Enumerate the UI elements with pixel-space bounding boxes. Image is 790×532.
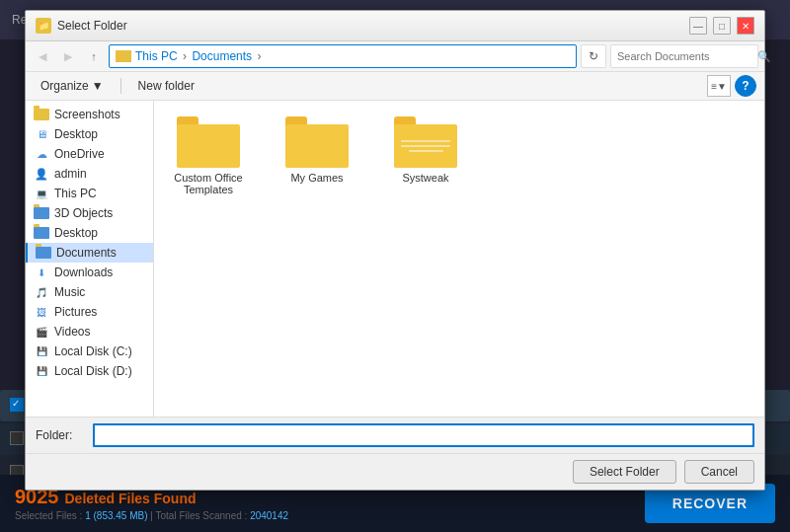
sidebar-label-screenshots: Screenshots: [54, 108, 120, 121]
sidebar-item-downloads[interactable]: ⬇ Downloads: [26, 263, 153, 282]
organize-button[interactable]: Organize ▼: [34, 76, 111, 96]
maximize-button[interactable]: □: [713, 17, 731, 35]
sidebar-label-3dobjects: 3D Objects: [54, 206, 113, 220]
breadcrumb-folder-icon: [116, 50, 131, 62]
cancel-button[interactable]: Cancel: [684, 460, 754, 484]
deleted-label: Deleted Files Found: [65, 491, 197, 506]
folder-body-games: [285, 124, 349, 168]
breadcrumb-documents[interactable]: Documents: [192, 49, 252, 63]
view-arrow: ▼: [717, 81, 727, 92]
selected-files-info: Selected Files : 1 (853.45 MB) | Total F…: [15, 510, 288, 521]
sidebar-label-music: Music: [54, 285, 85, 299]
folder-line-2: [401, 145, 450, 147]
dialog-titlebar: 📁 Select Folder — □ ✕: [26, 11, 764, 41]
folder-icon-screenshots: [34, 109, 49, 120]
sidebar-label-locald: Local Disk (D:): [54, 364, 132, 378]
sidebar-label-documents: Documents: [56, 246, 117, 260]
search-input[interactable]: [617, 50, 753, 62]
file-item-systweak[interactable]: Systweak: [381, 111, 470, 201]
checkbox-checked[interactable]: [10, 398, 24, 412]
sidebar-item-documents[interactable]: Documents: [26, 243, 153, 263]
videos-icon: 🎬: [34, 325, 49, 339]
sidebar-label-desktop2: Desktop: [54, 226, 98, 240]
file-item-my-games[interactable]: My Games: [273, 111, 361, 201]
sidebar-item-3dobjects[interactable]: 3D Objects: [26, 203, 153, 223]
select-folder-button[interactable]: Select Folder: [573, 460, 676, 484]
total-value: 2040142: [250, 510, 288, 521]
sidebar-item-music[interactable]: 🎵 Music: [26, 282, 153, 302]
search-icon: 🔍: [757, 50, 771, 63]
folder-visual-custom-office: [177, 116, 240, 168]
sidebar-item-locald[interactable]: 💾 Local Disk (D:): [26, 361, 153, 381]
folder-icon-desktop2: [34, 227, 49, 239]
folder-input[interactable]: [93, 423, 754, 447]
folder-lines: [394, 124, 457, 168]
toolbar-right: ≡ ▼ ?: [707, 75, 756, 97]
organize-arrow: ▼: [92, 79, 104, 93]
sidebar-container: Screenshots 🖥 Desktop ☁ OneDrive 👤 admin…: [26, 101, 154, 417]
new-folder-button[interactable]: New folder: [131, 76, 201, 96]
deleted-info: 9025 Deleted Files Found Selected Files …: [15, 486, 288, 521]
file-item-custom-office[interactable]: Custom OfficeTemplates: [164, 111, 253, 201]
sidebar-item-desktop2[interactable]: Desktop: [26, 223, 153, 243]
sidebar-label-onedrive: OneDrive: [54, 147, 105, 161]
up-button[interactable]: ↑: [83, 45, 105, 67]
close-button[interactable]: ✕: [737, 17, 754, 35]
sidebar-item-localc[interactable]: 💾 Local Disk (C:): [26, 342, 153, 361]
onedrive-icon: ☁: [34, 147, 49, 161]
file-name-custom-office: Custom OfficeTemplates: [174, 172, 243, 195]
minimize-button[interactable]: —: [689, 17, 707, 35]
folder-line-1: [401, 140, 450, 142]
nav-bar: ◀ ▶ ↑ This PC › Documents › ↻ 🔍: [26, 41, 764, 72]
sidebar-item-onedrive[interactable]: ☁ OneDrive: [26, 144, 153, 164]
folder-visual-systweak: [394, 116, 457, 168]
folder-line-3: [409, 150, 443, 152]
search-bar[interactable]: 🔍: [610, 44, 758, 68]
sidebar-label-admin: admin: [54, 167, 87, 181]
breadcrumb-bar[interactable]: This PC › Documents ›: [109, 44, 577, 68]
breadcrumb: This PC › Documents ›: [135, 49, 263, 63]
drive-c-icon: 💾: [34, 344, 49, 358]
checkbox-unchecked[interactable]: [10, 431, 24, 445]
back-button[interactable]: ◀: [32, 45, 53, 67]
sidebar-item-thispc[interactable]: 💻 This PC: [26, 184, 153, 203]
dialog-body: Screenshots 🖥 Desktop ☁ OneDrive 👤 admin…: [26, 101, 764, 417]
folder-label: Folder:: [36, 428, 85, 442]
sidebar-label-localc: Local Disk (C:): [54, 344, 132, 358]
folder-icon-documents: [36, 247, 51, 259]
total-label: | Total Files Scanned :: [150, 510, 247, 521]
sidebar-item-desktop[interactable]: 🖥 Desktop: [26, 124, 153, 144]
refresh-button[interactable]: ↻: [581, 44, 606, 68]
dialog-title: Select Folder: [57, 19, 683, 33]
user-icon: 👤: [34, 167, 49, 181]
sidebar-item-screenshots[interactable]: Screenshots: [26, 105, 153, 124]
sidebar-label-thispc: This PC: [54, 187, 97, 200]
view-button[interactable]: ≡ ▼: [707, 75, 731, 97]
selected-value: 1 (853.45 MB): [85, 510, 147, 521]
sidebar-label-desktop: Desktop: [54, 127, 98, 141]
select-folder-dialog: 📁 Select Folder — □ ✕ ◀ ▶ ↑ This PC › Do…: [25, 10, 765, 491]
breadcrumb-thispc[interactable]: This PC: [135, 49, 178, 63]
file-name-my-games: My Games: [290, 172, 343, 184]
sidebar-label-videos: Videos: [54, 325, 90, 339]
toolbar: Organize ▼ New folder ≡ ▼ ?: [26, 72, 764, 101]
action-bar: Select Folder Cancel: [26, 453, 764, 490]
sidebar-label-pictures: Pictures: [54, 305, 97, 319]
drive-d-icon: 💾: [34, 364, 49, 378]
pc-icon: 💻: [34, 187, 49, 200]
sidebar-item-videos[interactable]: 🎬 Videos: [26, 322, 153, 342]
toolbar-separator: [120, 78, 121, 94]
desktop-icon: 🖥: [34, 127, 49, 141]
help-button[interactable]: ?: [735, 75, 756, 97]
downloads-icon: ⬇: [34, 266, 49, 279]
organize-label: Organize: [40, 79, 89, 93]
sidebar-item-pictures[interactable]: 🖼 Pictures: [26, 302, 153, 322]
folder-visual-my-games: [285, 116, 349, 168]
forward-button[interactable]: ▶: [57, 45, 79, 67]
sidebar-item-admin[interactable]: 👤 admin: [26, 164, 153, 184]
sidebar: Screenshots 🖥 Desktop ☁ OneDrive 👤 admin…: [26, 101, 154, 417]
selected-label: Selected Files :: [15, 510, 82, 521]
file-area: Custom OfficeTemplates My Games: [154, 101, 764, 417]
new-folder-label: New folder: [138, 79, 195, 93]
folder-icon-3dobjects: [34, 207, 49, 219]
